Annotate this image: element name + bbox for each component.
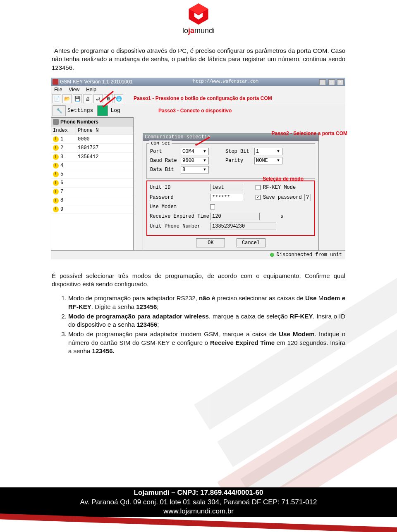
- help-button[interactable]: ?: [304, 194, 311, 201]
- app-icon: [53, 79, 58, 85]
- modes-list: Modo de programação para adaptador RS232…: [68, 294, 345, 355]
- footer-line1: Lojamundi – CNPJ: 17.869.444/0001-60: [0, 488, 397, 498]
- table-row[interactable]: !7: [51, 188, 133, 196]
- databit-select[interactable]: 8▼: [181, 166, 209, 173]
- menu-bar: File View Help: [51, 86, 345, 93]
- window-title: GSM-KEY Version 1.1-20101001: [60, 78, 133, 85]
- warning-icon: !: [53, 154, 59, 160]
- logo-text: lojamundi: [0, 26, 397, 35]
- table-row[interactable]: !6: [51, 179, 133, 188]
- rfkey-label: RF-KEY Mode: [263, 184, 296, 191]
- page-header: lojamundi: [0, 0, 397, 38]
- phone-icon: [53, 119, 59, 125]
- maximize-button[interactable]: □: [328, 79, 335, 85]
- parity-label: Parity: [225, 157, 254, 164]
- footer: Lojamundi – CNPJ: 17.869.444/0001-60 Av.…: [0, 487, 397, 532]
- warning-icon: !: [53, 180, 59, 186]
- arrow-step2-icon: [192, 135, 211, 148]
- baud-label: Baud Rate: [150, 157, 181, 164]
- cancel-button[interactable]: Cancel: [237, 238, 265, 247]
- menu-file[interactable]: File: [51, 86, 65, 93]
- logo-icon: [187, 2, 210, 26]
- phone-columns: Index Phone N: [51, 126, 133, 135]
- toolbar: 📄 📂 💾 🖨 ⇄ 🖥 🌐 Passo1 - Pressione o botão…: [51, 93, 345, 104]
- usemodem-checkbox[interactable]: [210, 204, 215, 209]
- com-set-legend: COM Set: [149, 140, 172, 147]
- warning-icon: !: [53, 145, 59, 151]
- table-row[interactable]: !21801737: [51, 144, 133, 152]
- warning-icon: !: [53, 163, 59, 169]
- col-phone: Phone N: [76, 126, 133, 135]
- step1-label: Passo1 - Pressione o botão de configuraç…: [134, 95, 272, 102]
- step3-label: Passo3 - Conecte o dispositivo: [158, 107, 232, 114]
- mode-selection-box: Unit ID test RF-KEY Mode Password ******…: [146, 180, 315, 236]
- settings-bar: 🔧 Settings Log Passo3 - Conecte o dispos…: [51, 104, 345, 117]
- rexp-unit: s: [280, 213, 283, 220]
- savepwd-label: Save password: [263, 194, 302, 201]
- warning-icon: !: [53, 207, 59, 212]
- tool-print[interactable]: 🖨: [83, 94, 92, 103]
- rfkey-checkbox[interactable]: [256, 185, 261, 190]
- stopbit-select[interactable]: 1▼: [254, 148, 282, 155]
- uphone-label: Unit Phone Number: [150, 223, 210, 230]
- rexp-field[interactable]: 120: [210, 213, 260, 220]
- footer-black: Lojamundi – CNPJ: 17.869.444/0001-60 Av.…: [0, 487, 397, 517]
- intro-paragraph: Antes de programar o dispositivo através…: [52, 47, 345, 72]
- list-item: Modo de programação para adaptador wirel…: [68, 312, 345, 329]
- baud-select[interactable]: 9600▼: [181, 157, 209, 164]
- mode-selection-label: Seleção de modo: [263, 176, 304, 182]
- status-dot-icon: [270, 253, 274, 257]
- unitid-label: Unit ID: [150, 184, 210, 191]
- arrow-step3-icon: [100, 95, 117, 109]
- window-buttons: _ □ ×: [318, 78, 344, 85]
- tool-new[interactable]: 📄: [52, 94, 61, 103]
- port-select[interactable]: COM4▼: [181, 148, 209, 155]
- warning-icon: !: [53, 171, 59, 177]
- warning-icon: !: [53, 198, 59, 204]
- uphone-field[interactable]: 13852394230: [210, 223, 276, 230]
- minimize-button[interactable]: _: [319, 79, 326, 85]
- table-row[interactable]: !31356412: [51, 153, 133, 162]
- databit-label: Data Bit: [150, 166, 181, 173]
- table-row[interactable]: !9: [51, 205, 133, 214]
- step2-label: Passo2 - Selecione a porta COM: [272, 130, 347, 137]
- warning-icon: !: [53, 189, 59, 195]
- tool-open[interactable]: 📂: [62, 94, 72, 103]
- password-field[interactable]: ******: [210, 194, 243, 201]
- document-body: Antes de programar o dispositivo através…: [52, 47, 345, 355]
- titlebar: GSM-KEY Version 1.1-20101001 http://www.…: [51, 78, 345, 86]
- settings-label: Settings: [67, 107, 93, 114]
- table-row[interactable]: !8: [51, 196, 133, 205]
- list-item: Modo de programação para adaptador modem…: [68, 330, 345, 355]
- close-button[interactable]: ×: [337, 79, 344, 85]
- usemodem-label: Use Modem: [150, 204, 210, 210]
- footer-line2: Av. Paranoá Qd. 09 conj. 01 lote 01 sala…: [0, 498, 397, 507]
- status-text: Disconnected from unit: [277, 252, 342, 258]
- list-item: Modo de programação para adaptador RS232…: [68, 294, 345, 311]
- com-set-group: COM Set Port COM4▼ Stop Bit 1▼ Baud Rate…: [146, 143, 315, 179]
- app-screenshot: GSM-KEY Version 1.1-20101001 http://www.…: [51, 78, 345, 259]
- phone-panel-header: Phone Numbers: [51, 118, 133, 126]
- footer-line3: www.lojamundi.com.br: [0, 507, 397, 516]
- stopbit-label: Stop Bit: [225, 148, 254, 155]
- table-row[interactable]: !4: [51, 162, 133, 170]
- ok-button[interactable]: OK: [196, 238, 225, 247]
- after-paragraph: É possível selecionar três modos de prog…: [52, 272, 345, 289]
- table-row[interactable]: !10000: [51, 135, 133, 144]
- col-index: Index: [51, 126, 76, 135]
- status-bar: Disconnected from unit: [51, 250, 345, 259]
- phone-numbers-panel: Phone Numbers Index Phone N !10000!21801…: [51, 117, 134, 250]
- settings-button[interactable]: 🔧: [53, 105, 66, 116]
- window-title-url: http://www.waferstar.com: [193, 78, 258, 85]
- comm-dialog: Communication selectio COM Set Port COM4…: [143, 133, 319, 251]
- tool-save[interactable]: 💾: [73, 94, 82, 103]
- password-label: Password: [150, 194, 210, 201]
- rexp-label: Receive Expired Time: [150, 213, 210, 220]
- warning-icon: !: [53, 136, 59, 142]
- table-row[interactable]: !5: [51, 170, 133, 179]
- port-label: Port: [150, 148, 181, 155]
- unitid-field[interactable]: test: [210, 184, 243, 191]
- savepwd-checkbox[interactable]: ✓: [256, 195, 261, 200]
- parity-select[interactable]: NONE▼: [254, 157, 282, 164]
- menu-view[interactable]: View: [65, 86, 83, 93]
